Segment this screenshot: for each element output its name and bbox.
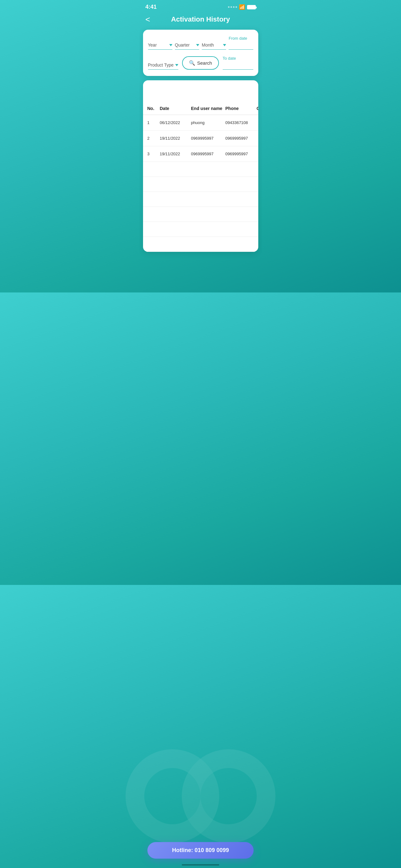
- search-button[interactable]: 🔍 Search: [182, 56, 219, 70]
- table-cell-2-3: 0969995997: [226, 152, 257, 156]
- page-title: Activation History: [171, 15, 230, 24]
- empty-cell: [147, 182, 160, 187]
- empty-cell: [147, 212, 160, 217]
- table-cell-1-1: 19/11/2022: [160, 136, 191, 141]
- filter-row-1: Year Quarter Month From date: [148, 36, 253, 50]
- empty-cell: [147, 242, 160, 247]
- col-header-1: Date: [160, 106, 191, 111]
- col-header-2: End user name: [191, 106, 226, 111]
- to-date-input[interactable]: [223, 62, 253, 70]
- table-cell-1-2: 0969995997: [191, 136, 226, 141]
- table-row: 219/11/202209699959970969995997กรุงเทพมห…: [143, 131, 258, 146]
- month-dropdown[interactable]: Month: [202, 42, 226, 50]
- quarter-dropdown-control[interactable]: Quarter: [175, 42, 199, 50]
- empty-cell: [147, 227, 160, 231]
- table-row-empty: [143, 162, 258, 177]
- empty-cell: [147, 167, 160, 172]
- table-top-spacer: [143, 80, 258, 102]
- empty-rows: [143, 162, 258, 252]
- table-cell-0-2: phuong: [191, 120, 226, 125]
- table-cell-0-1: 06/12/2022: [160, 120, 191, 125]
- month-label: Month: [202, 42, 214, 48]
- table-row-empty: [143, 207, 258, 222]
- table-row-empty: [143, 237, 258, 252]
- filter-row-2: Product Type 🔍 Search To date: [148, 56, 253, 70]
- wifi-icon: 📶: [239, 4, 245, 10]
- table-row-empty: [143, 222, 258, 237]
- status-icons: 📶: [228, 4, 256, 10]
- signal-icon: [228, 6, 237, 8]
- empty-cell: [147, 197, 160, 202]
- battery-icon: [247, 5, 256, 9]
- col-header-3: Phone: [226, 106, 257, 111]
- month-dropdown-control[interactable]: Month: [202, 42, 226, 50]
- product-type-label: Product Type: [148, 62, 174, 67]
- to-date-label: To date: [223, 56, 253, 61]
- table-row-empty: [143, 177, 258, 192]
- product-type-dropdown[interactable]: Product Type: [148, 62, 179, 70]
- quarter-label: Quarter: [175, 42, 190, 48]
- status-time: 4:41: [145, 4, 157, 10]
- year-dropdown[interactable]: Year: [148, 42, 172, 50]
- product-type-dropdown-control[interactable]: Product Type: [148, 62, 179, 70]
- table-row: 106/12/2022phuong0943367108ปทุมธานี: [143, 115, 258, 131]
- search-icon: 🔍: [189, 60, 195, 66]
- page-header: < Activation History: [139, 12, 262, 30]
- quarter-dropdown[interactable]: Quarter: [175, 42, 199, 50]
- col-header-4: City: [257, 106, 258, 111]
- from-date-input[interactable]: [229, 42, 253, 50]
- year-chevron-icon: [169, 44, 172, 46]
- col-header-0: No.: [147, 106, 160, 111]
- filter-card: Year Quarter Month From date Product Typ…: [143, 30, 258, 76]
- month-chevron-icon: [223, 44, 226, 46]
- table-cell-0-3: 0943367108: [226, 120, 257, 125]
- table-cell-0-0: 1: [147, 120, 160, 125]
- data-table: No.DateEnd user namePhoneCity 106/12/202…: [143, 80, 258, 252]
- year-dropdown-control[interactable]: Year: [148, 42, 172, 50]
- to-date-field[interactable]: To date: [223, 56, 253, 70]
- from-date-field[interactable]: From date: [229, 36, 253, 50]
- table-cell-1-3: 0969995997: [226, 136, 257, 141]
- table-row-empty: [143, 192, 258, 207]
- table-header: No.DateEnd user namePhoneCity: [143, 102, 258, 115]
- product-type-chevron-icon: [175, 64, 178, 66]
- table-cell-2-1: 19/11/2022: [160, 152, 191, 156]
- year-label: Year: [148, 42, 157, 48]
- table-cell-2-0: 3: [147, 152, 160, 156]
- quarter-chevron-icon: [196, 44, 199, 46]
- table-body: 106/12/2022phuong0943367108ปทุมธานี219/1…: [143, 115, 258, 162]
- from-date-label: From date: [229, 36, 253, 41]
- bottom-spacer: [139, 252, 262, 292]
- table-row: 319/11/202209699959970969995997กรุงเทพมห…: [143, 146, 258, 162]
- table-cell-1-0: 2: [147, 136, 160, 141]
- status-bar: 4:41 📶: [139, 0, 262, 12]
- search-label: Search: [197, 60, 212, 66]
- table-cell-2-2: 0969995997: [191, 152, 226, 156]
- back-button[interactable]: <: [145, 15, 150, 24]
